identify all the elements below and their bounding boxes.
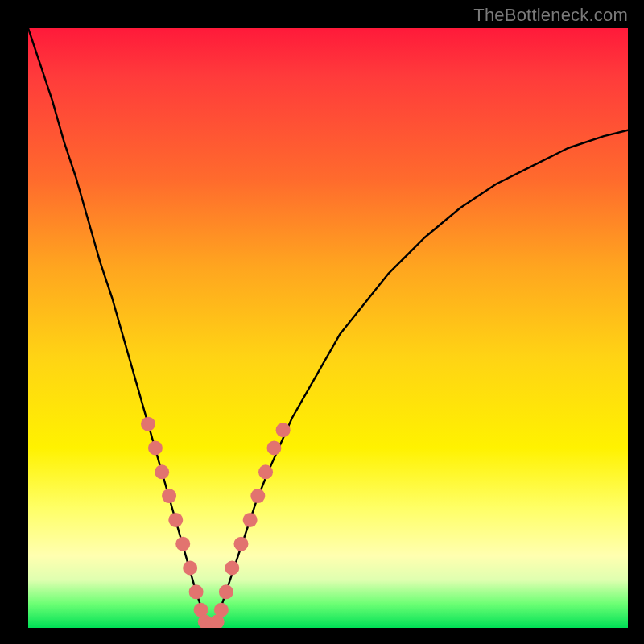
data-marker: [189, 584, 204, 599]
data-marker: [243, 513, 258, 527]
data-marker: [258, 464, 273, 479]
data-marker: [148, 441, 163, 456]
data-marker: [162, 489, 176, 503]
data-marker: [266, 441, 281, 456]
outer-frame: TheBottleneck.com: [0, 0, 644, 644]
data-marker: [219, 584, 233, 599]
data-marker: [155, 464, 169, 479]
data-marker: [233, 537, 248, 551]
data-marker: [276, 423, 291, 437]
watermark-text: TheBottleneck.com: [473, 5, 628, 26]
plot-area: [28, 28, 628, 628]
data-marker: [168, 513, 183, 527]
chart-svg: [28, 28, 628, 628]
data-marker: [225, 561, 239, 576]
data-marker: [214, 603, 229, 617]
data-marker: [141, 417, 155, 431]
bottleneck-curve: [28, 28, 628, 625]
data-marker: [250, 489, 265, 503]
data-marker: [183, 561, 197, 576]
data-marker: [175, 537, 190, 551]
